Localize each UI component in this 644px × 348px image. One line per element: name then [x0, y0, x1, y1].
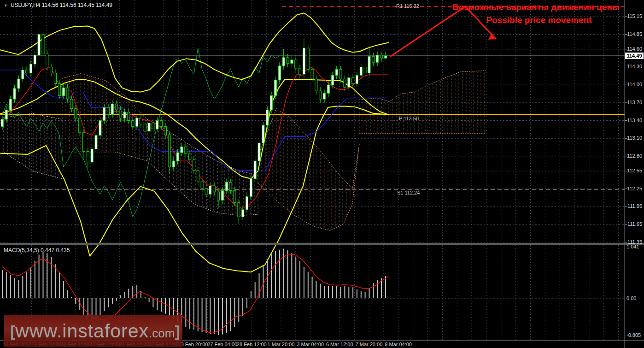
time-axis-label: 28 Feb 12:00 — [237, 342, 267, 347]
price-axis-label: 111.65 — [627, 222, 642, 227]
price-axis-label: 114.60 — [627, 47, 642, 52]
chart-expand-icon[interactable]: ▼ — [4, 3, 8, 8]
time-axis-label: 27 Feb 04:00 — [207, 342, 237, 347]
price-axis-label: 112.25 — [627, 186, 642, 191]
symbol-ohlc-header: ▼USDJPY,H4 114.56 114.56 114.45 114.49 — [4, 3, 112, 8]
price-axis-label: 115.15 — [627, 14, 642, 19]
price-axis-label: 112.55 — [627, 168, 642, 173]
current-price-tag: 114.49 — [625, 53, 644, 59]
price-axis-label: 114.30 — [627, 64, 642, 69]
price-axis-label: 113.10 — [627, 136, 642, 141]
time-axis-label: 3 Mar 04:00 — [297, 342, 324, 347]
price-axis-label: 114.85 — [627, 32, 642, 37]
time-axis-label: 1 Mar 20:00 — [268, 342, 295, 347]
price-axis-label: 114.00 — [627, 82, 642, 87]
forecast-annotation-en: Possible price movement — [479, 15, 599, 25]
macd-axis-label: 1.041 — [626, 244, 639, 249]
macd-axis-label: -0.805 — [626, 333, 641, 338]
trading-terminal-window: ▼USDJPY,H4 114.56 114.56 114.45 114.49 R… — [0, 0, 644, 348]
time-axis-label: 6 Mar 12:00 — [326, 342, 353, 347]
s1-support-label: S1 112.24 — [397, 190, 420, 195]
price-chart[interactable] — [0, 0, 644, 348]
price-axis-label: 111.95 — [627, 204, 642, 209]
watermark-tld: .com — [149, 326, 175, 341]
forecast-annotation-ru: Возможные варианты движения цены — [452, 2, 620, 12]
price-axis-label: 113.70 — [627, 100, 642, 105]
time-axis-label: 7 Mar 20:00 — [356, 342, 383, 347]
time-axis-label: 23 Feb 20:00 — [178, 342, 208, 347]
instaforex-watermark: [ www.instaforex.com ] — [4, 315, 182, 347]
macd-axis-label: 0.00 — [626, 296, 636, 301]
watermark-open-bracket: [ — [10, 322, 15, 340]
watermark-close-bracket: ] — [175, 322, 180, 340]
macd-indicator-title: MACD(5,34,5) 0.447 0.435 — [4, 248, 70, 253]
r1-resistance-label: R1 115.32 — [396, 4, 419, 9]
price-axis-label: 113.40 — [627, 118, 642, 123]
watermark-domain: www.instaforex — [15, 320, 149, 342]
price-axis-label: 112.80 — [627, 153, 642, 159]
time-axis-label: 9 Mar 04:00 — [385, 342, 412, 347]
pivot-label: P 113.50 — [399, 116, 419, 121]
